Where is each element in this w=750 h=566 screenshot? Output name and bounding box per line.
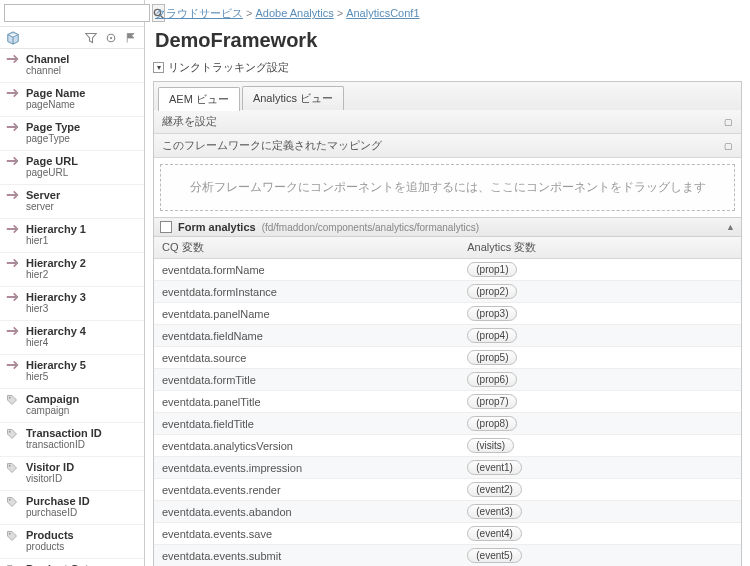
cq-variable: eventdata.events.submit (154, 545, 459, 567)
variable-item[interactable]: Page URLpageURL (0, 150, 144, 184)
analytics-variable-pill[interactable]: (prop1) (467, 262, 517, 277)
variable-title: Transaction ID (26, 427, 138, 439)
analytics-variable-pill[interactable]: (event4) (467, 526, 522, 541)
variable-item[interactable]: Productsproducts (0, 524, 144, 558)
mapping-table: CQ 変数 Analytics 変数 eventdata.formName(pr… (154, 237, 741, 566)
search-input[interactable] (4, 4, 150, 22)
component-path: (fd/fmaddon/components/analytics/formana… (262, 222, 479, 233)
crumb-1[interactable]: Adobe Analytics (255, 7, 333, 19)
traffic-icon (6, 291, 20, 314)
table-row[interactable]: eventdata.panelTitle(prop7) (154, 391, 741, 413)
variable-item[interactable]: Page TypepageType (0, 116, 144, 150)
sidebar-toolbar (0, 27, 144, 49)
variable-sub: purchaseID (26, 507, 138, 518)
cube-icon[interactable] (6, 31, 20, 45)
crumb-0[interactable]: クラウドサービス (155, 7, 243, 19)
analytics-variable-pill[interactable]: (event2) (467, 482, 522, 497)
variable-item[interactable]: Serverserver (0, 184, 144, 218)
mapping-row[interactable]: このフレームワークに定義されたマッピング ▢ (154, 134, 741, 158)
table-row[interactable]: eventdata.events.render(event2) (154, 479, 741, 501)
tag-icon (6, 461, 20, 484)
table-row[interactable]: eventdata.events.save(event4) (154, 523, 741, 545)
analytics-variable-pill[interactable]: (event1) (467, 460, 522, 475)
svg-point-4 (9, 397, 11, 399)
traffic-icon (6, 189, 20, 212)
table-row[interactable]: eventdata.fieldTitle(prop8) (154, 413, 741, 435)
crumb-2[interactable]: AnalyticsConf1 (346, 7, 419, 19)
section-label: リンクトラッキング設定 (168, 60, 289, 75)
analytics-variable-pill[interactable]: (prop8) (467, 416, 517, 431)
variable-title: Page Name (26, 87, 138, 99)
component-dropzone[interactable]: 分析フレームワークにコンポーネントを追加するには、ここにコンポーネントをドラッグ… (160, 164, 735, 211)
variable-sub: visitorID (26, 473, 138, 484)
variable-item[interactable]: Purchase IDpurchaseID (0, 490, 144, 524)
analytics-variable-pill[interactable]: (prop6) (467, 372, 517, 387)
table-row[interactable]: eventdata.events.submit(event5) (154, 545, 741, 567)
variable-item[interactable]: Product Categoryproduct.category (0, 558, 144, 566)
traffic-icon (6, 257, 20, 280)
variable-sub: campaign (26, 405, 138, 416)
variable-item[interactable]: Hierarchy 1hier1 (0, 218, 144, 252)
chevron-down-icon: ▾ (153, 62, 164, 73)
variable-item[interactable]: Page NamepageName (0, 82, 144, 116)
inherit-row[interactable]: 継承を設定 ▢ (154, 110, 741, 134)
search-row (0, 0, 144, 27)
expand-icon: ▢ (724, 117, 733, 127)
analytics-variable-pill[interactable]: (prop2) (467, 284, 517, 299)
col-cq: CQ 変数 (154, 237, 459, 259)
traffic-icon (6, 53, 20, 76)
variable-item[interactable]: Visitor IDvisitorID (0, 456, 144, 490)
tag-icon (6, 427, 20, 450)
analytics-variable-pill[interactable]: (prop5) (467, 350, 517, 365)
analytics-variable-pill[interactable]: (event3) (467, 504, 522, 519)
variable-sub: hier4 (26, 337, 138, 348)
variable-sub: hier3 (26, 303, 138, 314)
component-title: Form analytics (178, 221, 256, 233)
variable-item[interactable]: Hierarchy 5hier5 (0, 354, 144, 388)
variable-sub: pageType (26, 133, 138, 144)
cq-variable: eventdata.panelName (154, 303, 459, 325)
traffic-icon (6, 121, 20, 144)
variable-title: Visitor ID (26, 461, 138, 473)
table-row[interactable]: eventdata.events.abandon(event3) (154, 501, 741, 523)
variable-title: Page URL (26, 155, 138, 167)
traffic-icon (6, 359, 20, 382)
variable-item[interactable]: Channelchannel (0, 49, 144, 82)
section-toggle[interactable]: ▾ リンクトラッキング設定 (153, 60, 742, 75)
tab-analytics-view[interactable]: Analytics ビュー (242, 86, 344, 110)
analytics-variable-pill[interactable]: (prop4) (467, 328, 517, 343)
table-row[interactable]: eventdata.panelName(prop3) (154, 303, 741, 325)
variable-sub: pageName (26, 99, 138, 110)
analytics-variable-pill[interactable]: (prop7) (467, 394, 517, 409)
table-row[interactable]: eventdata.formTitle(prop6) (154, 369, 741, 391)
table-row[interactable]: eventdata.fieldName(prop4) (154, 325, 741, 347)
analytics-variable-pill[interactable]: (event5) (467, 548, 522, 563)
table-row[interactable]: eventdata.analyticsVersion(visits) (154, 435, 741, 457)
table-row[interactable]: eventdata.events.impression(event1) (154, 457, 741, 479)
table-row[interactable]: eventdata.formInstance(prop2) (154, 281, 741, 303)
tab-aem-view[interactable]: AEM ビュー (158, 87, 240, 111)
variable-item[interactable]: Transaction IDtransactionID (0, 422, 144, 456)
target-icon[interactable] (104, 31, 118, 45)
table-row[interactable]: eventdata.source(prop5) (154, 347, 741, 369)
variable-title: Purchase ID (26, 495, 138, 507)
flag-icon[interactable] (124, 31, 138, 45)
table-row[interactable]: eventdata.formName(prop1) (154, 259, 741, 281)
collapse-icon[interactable]: ▲ (726, 222, 735, 232)
variable-item[interactable]: Campaigncampaign (0, 388, 144, 422)
variable-item[interactable]: Hierarchy 2hier2 (0, 252, 144, 286)
analytics-variable-pill[interactable]: (prop3) (467, 306, 517, 321)
main: クラウドサービス>Adobe Analytics>AnalyticsConf1 … (145, 0, 750, 566)
variable-sub: pageURL (26, 167, 138, 178)
analytics-variable-pill[interactable]: (visits) (467, 438, 514, 453)
filter-icon[interactable] (84, 31, 98, 45)
col-analytics: Analytics 変数 (459, 237, 741, 259)
cq-variable: eventdata.formInstance (154, 281, 459, 303)
tabs: AEM ビュー Analytics ビュー (153, 81, 742, 110)
svg-point-5 (9, 431, 11, 433)
variable-item[interactable]: Hierarchy 4hier4 (0, 320, 144, 354)
variable-item[interactable]: Hierarchy 3hier3 (0, 286, 144, 320)
cq-variable: eventdata.events.abandon (154, 501, 459, 523)
component-bar[interactable]: Form analytics (fd/fmaddon/components/an… (154, 217, 741, 237)
component-checkbox[interactable] (160, 221, 172, 233)
